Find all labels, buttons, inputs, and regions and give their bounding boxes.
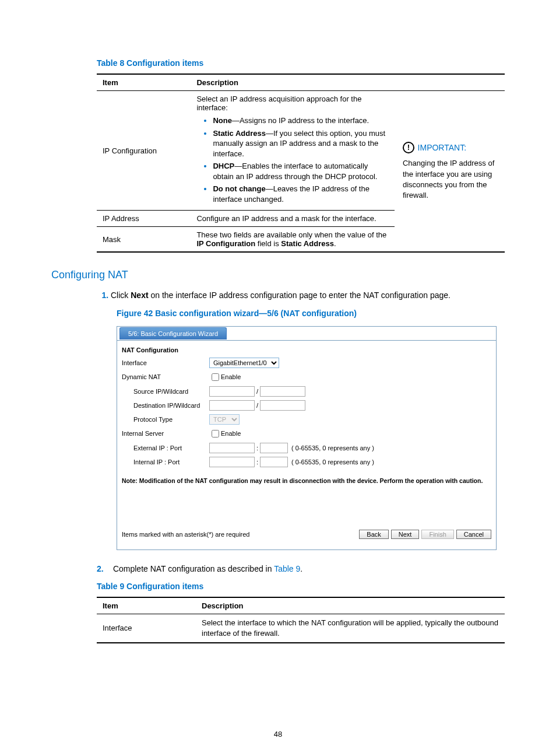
enable-label-1: Enable (221, 373, 241, 380)
table9: Item Description Interface Select the in… (97, 597, 505, 643)
cancel-button[interactable]: Cancel (456, 530, 491, 539)
dynamic-nat-checkbox[interactable] (212, 373, 219, 381)
wizard-section-title: NAT Configuration (117, 344, 496, 356)
required-text: Items marked with an asterisk(*) are req… (122, 531, 249, 538)
important-icon: ! (403, 142, 414, 153)
table8-bullet-dhcp: DHCP—Enables the interface to automatica… (213, 161, 389, 181)
table9-interface-desc: Select the interface to which the NAT co… (196, 614, 505, 643)
important-title: IMPORTANT: (418, 143, 467, 152)
finish-button: Finish (421, 530, 453, 539)
step-2: Complete NAT configuration as described … (111, 564, 505, 573)
colon-2: : (256, 459, 258, 466)
table8-ipaddr-desc: Configure an IP address and a mask for t… (191, 211, 395, 227)
table8-caption: Table 8 Configuration items (97, 58, 505, 68)
source-wildcard-input[interactable] (260, 386, 305, 397)
internal-port-hint: ( 0-65535, 0 represents any ) (291, 459, 374, 466)
external-ip-input[interactable] (209, 443, 255, 453)
protocol-select: TCP (209, 414, 240, 425)
slash-1: / (256, 388, 258, 395)
label-source: Source IP/Wildcard (122, 388, 209, 395)
colon-1: : (256, 444, 258, 452)
label-internal-ip-port: Internal IP : Port (122, 459, 209, 466)
dest-wildcard-input[interactable] (260, 400, 305, 411)
table8-bullet-static: Static Address—If you select this option… (213, 128, 389, 159)
label-protocol: Protocol Type (122, 416, 209, 423)
back-button[interactable]: Back (359, 530, 388, 539)
table8-ipconfig-item: IP Configuration (97, 91, 191, 211)
important-cell: ! IMPORTANT: Changing the IP address of … (395, 91, 505, 253)
table9-caption: Table 9 Configuration items (97, 582, 505, 591)
table8-bullet-nochange: Do not change—Leaves the IP address of t… (213, 184, 389, 204)
table8-mask-desc: These two fields are available only when… (191, 227, 395, 253)
table8-header-desc: Description (191, 74, 395, 91)
dest-ip-input[interactable] (209, 400, 255, 411)
table9-link[interactable]: Table 9 (274, 564, 300, 573)
table8: Item Description IP Configuration Select… (97, 74, 505, 253)
wizard-screenshot: 5/6: Basic Configuration Wizard NAT Conf… (117, 326, 497, 550)
table8-bullet-none: None—Assigns no IP address to the interf… (213, 116, 389, 126)
source-ip-input[interactable] (209, 386, 255, 397)
figure-caption: Figure 42 Basic configuration wizard—5/6… (117, 309, 505, 318)
step-1: Click Next on the interface IP address c… (111, 289, 505, 301)
label-external-ip-port: External IP : Port (122, 444, 209, 452)
internal-server-checkbox[interactable] (212, 430, 219, 438)
label-interface: Interface (122, 359, 209, 366)
table8-ipconfig-desc: Select an IP address acquisition approac… (191, 91, 395, 211)
enable-label-2: Enable (221, 430, 241, 437)
interface-select[interactable]: GigabitEthernet1/0 (209, 358, 279, 368)
label-dynamic-nat: Dynamic NAT (122, 373, 209, 380)
table8-ipaddr-item: IP Address (97, 211, 191, 227)
table8-ipconfig-intro: Select an IP address acquisition approac… (196, 94, 389, 112)
section-heading: Configuring NAT (51, 269, 505, 281)
table8-mask-item: Mask (97, 227, 191, 253)
label-destination: Destination IP/Wildcard (122, 402, 209, 409)
table8-header-item: Item (97, 74, 191, 91)
slash-2: / (256, 402, 258, 409)
page-number: 48 (0, 730, 556, 738)
table9-header-desc: Description (196, 597, 505, 614)
external-port-hint: ( 0-65535, 0 represents any ) (291, 444, 374, 452)
label-internal-server: Internal Server (122, 430, 209, 437)
wizard-tab: 5/6: Basic Configuration Wizard (119, 327, 227, 340)
internal-ip-input[interactable] (209, 457, 255, 467)
external-port-input[interactable] (260, 443, 288, 453)
important-text: Changing the IP address of the interface… (403, 158, 499, 201)
next-button[interactable]: Next (391, 530, 420, 539)
internal-port-input[interactable] (260, 457, 288, 467)
table9-interface-item: Interface (97, 614, 196, 643)
wizard-note: Note: Modification of the NAT configurat… (117, 469, 496, 487)
table9-header-item: Item (97, 597, 196, 614)
